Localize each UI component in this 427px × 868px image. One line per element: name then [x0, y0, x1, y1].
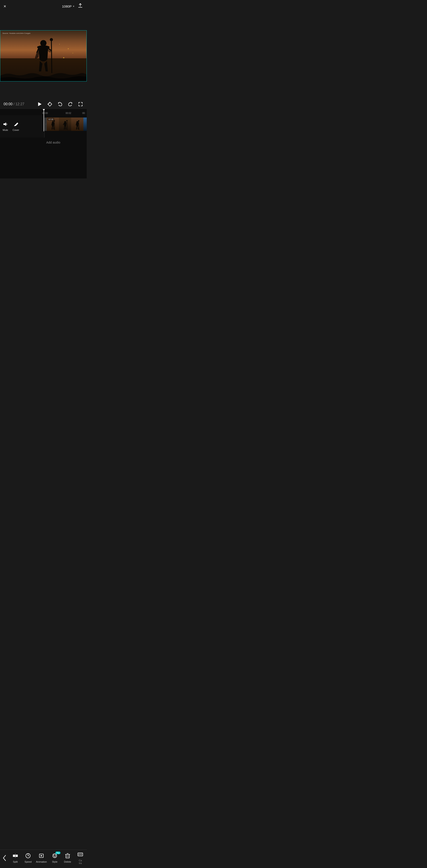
redo-icon [68, 101, 73, 107]
svg-point-18 [66, 120, 68, 121]
svg-line-20 [79, 121, 79, 130]
undo-icon [57, 101, 63, 107]
top-bar: × 1080P ▼ [0, 0, 87, 12]
fullscreen-button[interactable] [78, 101, 83, 107]
upload-icon [77, 3, 83, 8]
cover-label: Cover [12, 129, 19, 131]
playhead[interactable] [43, 109, 44, 131]
terrain-svg [0, 68, 87, 81]
ruler-mark-1: 00:02 [66, 112, 71, 115]
ruler-mark-0: 00:00 [42, 112, 48, 115]
clip-thumbnail-2 [59, 118, 71, 131]
video-preview-area[interactable]: Source: Youtube.com/John Coogan [0, 30, 87, 82]
add-audio-button[interactable]: Add audio [44, 140, 62, 145]
media-controls-group [37, 101, 83, 107]
pre-video-spacer [0, 12, 87, 30]
timeline[interactable]: 00:00 00:02 00: Mute [0, 109, 87, 179]
clip-thumbnail-1: 12:19 [47, 118, 59, 131]
thumb-warrior-2 [62, 120, 69, 130]
fullscreen-icon [78, 101, 83, 107]
current-time: 00:00 [4, 102, 12, 106]
source-label: Source: Youtube.com/John Coogan [2, 32, 30, 34]
total-time: 12:27 [15, 102, 24, 106]
timeline-extra [0, 147, 87, 179]
resolution-button[interactable]: 1080P ▼ [62, 4, 75, 8]
svg-point-15 [54, 120, 55, 122]
cover-icon [13, 122, 18, 128]
handle-dots: ⋮ [45, 123, 46, 125]
svg-rect-0 [78, 7, 82, 7]
below-video-spacer [0, 82, 87, 99]
clip-thumbnail-4 [84, 118, 87, 131]
play-button[interactable] [37, 101, 42, 107]
thumb-warrior-1 [50, 120, 57, 130]
particle [59, 44, 60, 44]
keyframe-button[interactable] [47, 101, 53, 107]
svg-point-5 [37, 46, 41, 48]
mute-label: Mute [3, 129, 8, 131]
clip-strip: ⋮ 12:19 [44, 118, 87, 131]
cover-button[interactable]: Cover [12, 122, 19, 131]
svg-line-14 [54, 121, 55, 130]
particle [72, 53, 73, 54]
diamond-icon [47, 101, 53, 107]
playback-controls: 00:00 / 12:27 [0, 99, 87, 109]
svg-line-17 [67, 121, 67, 130]
svg-marker-7 [38, 102, 41, 106]
svg-point-6 [46, 46, 50, 48]
track-clips[interactable]: ⋮ 12:19 [44, 115, 87, 133]
close-button[interactable]: × [4, 4, 6, 9]
toolbar-spacer [0, 179, 87, 196]
svg-point-2 [40, 40, 46, 46]
track-controls: Mute Cover [0, 115, 44, 137]
particle [68, 48, 69, 49]
svg-point-4 [50, 38, 53, 41]
svg-marker-11 [4, 122, 6, 126]
particle [63, 57, 64, 58]
clip-thumbnail-3 [71, 118, 84, 131]
ruler-mark-2: 00: [82, 112, 86, 115]
svg-point-21 [78, 120, 79, 122]
video-scene [0, 30, 87, 81]
export-button[interactable] [77, 3, 83, 10]
mute-button[interactable]: Mute [3, 122, 8, 131]
track-area: Mute Cover ⋮ [0, 115, 87, 137]
mute-icon [3, 122, 8, 128]
playhead-marker [43, 109, 45, 111]
add-audio-row: Add audio [0, 137, 87, 147]
clip-handle-left[interactable]: ⋮ [44, 118, 47, 131]
time-display: 00:00 / 12:27 [4, 102, 37, 106]
resolution-label: 1080P [62, 4, 72, 8]
play-icon [37, 101, 42, 107]
thumb-warrior-3 [74, 120, 81, 130]
chevron-down-icon: ▼ [72, 5, 75, 7]
undo-button[interactable] [57, 101, 63, 107]
redo-button[interactable] [68, 101, 73, 107]
